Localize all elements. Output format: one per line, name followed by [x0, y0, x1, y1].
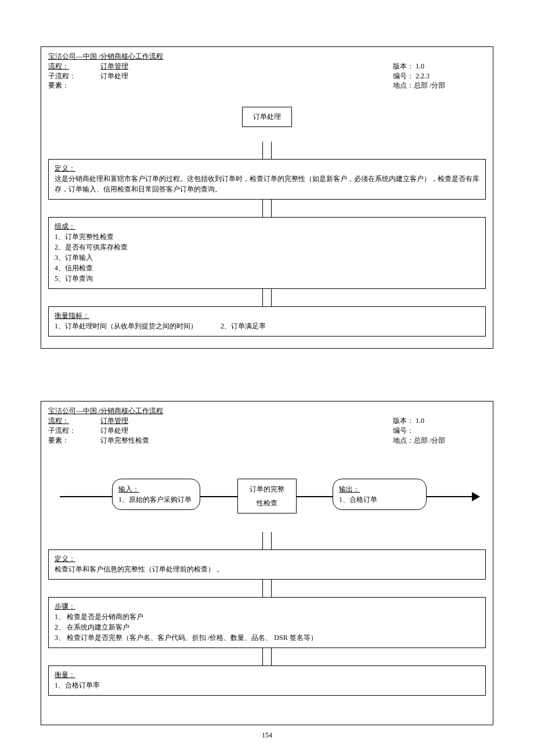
comp-item: 5、订单查询 — [55, 273, 479, 284]
definition-body: 这是分销商处理和直辖市客户订单的过程。这包括收到订单时，检查订单的完整性（如是新… — [55, 173, 479, 194]
lbl-number: 编号： — [393, 72, 414, 80]
lbl-process: 流程： — [48, 416, 100, 426]
io-flow: 输入： 1、原始的客户采购订单 订单的完整 性检查 输出： 1、合格订单 — [48, 468, 486, 532]
val-version: 1.0 — [416, 62, 424, 70]
comp-item: 1、订单完整性检查 — [55, 231, 479, 242]
lbl-location: 地点： — [393, 436, 414, 444]
steps-box: 步骤： 1、 检查是否是分销商的客户 2、 在系统内建立新客户 3、 检查订单是… — [48, 597, 486, 648]
doc-frame-1: 宝洁公司—中国 /分销商核心工作流程 流程：订单管理 子流程：订单处理 要素： … — [41, 46, 493, 349]
connector-line — [262, 580, 272, 597]
val-process: 订单管理 — [100, 416, 128, 426]
val-number: 2.2.3 — [416, 72, 430, 80]
lbl-number: 编号： — [393, 426, 414, 435]
header-2: 宝洁公司—中国 /分销商核心工作流程 流程：订单管理 子流程：订单处理 要素：订… — [48, 406, 486, 445]
definition-body: 检查订单和客户信息的完整性（订单处理前的检查） 。 — [55, 564, 479, 574]
connector-line — [262, 200, 272, 217]
company-line: 宝洁公司—中国 /分销商核心工作流程 — [48, 52, 222, 62]
process-l1: 订单的完整 — [244, 484, 290, 494]
input-title: 输入： — [118, 484, 194, 494]
measure-title: 衡量： — [55, 670, 479, 680]
comp-item: 2、是否有可供库存检查 — [55, 242, 479, 252]
lbl-version: 版本： — [393, 62, 414, 70]
connector-line — [262, 289, 272, 306]
definition-title: 定义： — [55, 554, 479, 564]
connector-line — [262, 648, 272, 665]
comp-item: 3、订单输入 — [55, 252, 479, 263]
lbl-process: 流程： — [48, 62, 100, 71]
output-box: 输出： 1、合格订单 — [333, 479, 427, 510]
val-location: 总部 /分部 — [414, 81, 445, 89]
measure-box: 衡量： 1、合格订单率 — [48, 665, 486, 696]
header-1: 宝洁公司—中国 /分销商核心工作流程 流程：订单管理 子流程：订单处理 要素： … — [48, 52, 486, 91]
process-box: 订单的完整 性检查 — [237, 479, 297, 513]
composition-box: 组成： 1、订单完整性检查 2、是否有可供库存检查 3、订单输入 4、信用检查 … — [48, 217, 486, 289]
definition-title: 定义： — [55, 163, 479, 173]
step-item: 1、 检查是否是分销商的客户 — [55, 612, 479, 622]
company-line: 宝洁公司—中国 /分销商核心工作流程 — [48, 406, 222, 416]
output-body: 1、合格订单 — [339, 494, 420, 505]
val-element: 订单完整性检查 — [100, 436, 149, 446]
lbl-subprocess: 子流程： — [48, 426, 100, 436]
lbl-version: 版本： — [393, 417, 414, 425]
connector-line — [262, 532, 272, 549]
arrow-right-icon — [472, 492, 480, 501]
lbl-element: 要素： — [48, 81, 100, 91]
comp-item: 4、信用检查 — [55, 263, 479, 273]
connector-line — [262, 142, 272, 159]
lbl-element: 要素： — [48, 436, 100, 446]
val-process: 订单管理 — [100, 62, 128, 71]
step-item: 3、 检查订单是否完整（客户名、客户代码、折扣 /价格、数量、品名、 DSR 签… — [55, 632, 479, 643]
val-subprocess: 订单处理 — [100, 426, 128, 436]
val-location: 总部 /分部 — [414, 436, 445, 444]
input-box: 输入： 1、原始的客户采购订单 — [112, 479, 200, 510]
process-l2: 性检查 — [244, 498, 290, 508]
page-number: 154 — [41, 731, 493, 740]
doc-frame-2: 宝洁公司—中国 /分销商核心工作流程 流程：订单管理 子流程：订单处理 要素：订… — [41, 401, 493, 725]
steps-title: 步骤： — [55, 601, 479, 612]
definition-box: 定义： 这是分销商处理和直辖市客户订单的过程。这包括收到订单时，检查订单的完整性… — [48, 159, 486, 200]
val-version: 1.0 — [416, 417, 424, 425]
metric-2: 2、订单满足率 — [221, 321, 266, 331]
metrics-box: 衡量指标： 1、订单处理时间（从收单到提货之间的时间） 2、订单满足率 — [48, 306, 486, 337]
process-box: 订单处理 — [242, 107, 292, 127]
val-subprocess: 订单处理 — [100, 71, 128, 81]
metric-1: 1、订单处理时间（从收单到提货之间的时间） — [55, 321, 197, 331]
lbl-subprocess: 子流程： — [48, 71, 100, 81]
step-item: 2、 在系统内建立新客户 — [55, 622, 479, 632]
input-body: 1、原始的客户采购订单 — [118, 494, 194, 505]
composition-title: 组成： — [55, 221, 479, 231]
output-title: 输出： — [339, 484, 420, 494]
measure-body: 1、合格订单率 — [55, 680, 479, 690]
metrics-title: 衡量指标： — [55, 310, 479, 321]
lbl-location: 地点： — [393, 81, 414, 89]
definition-box-2: 定义： 检查订单和客户信息的完整性（订单处理前的检查） 。 — [48, 549, 486, 580]
